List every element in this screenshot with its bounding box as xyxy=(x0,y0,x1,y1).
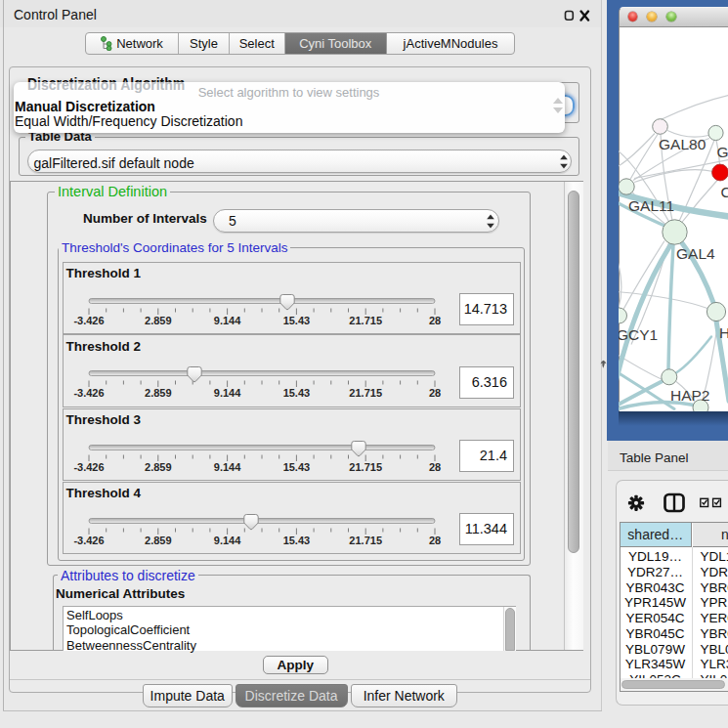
svg-text:-3.426: -3.426 xyxy=(73,461,104,473)
svg-text:28: 28 xyxy=(429,535,441,546)
svg-text:21.715: 21.715 xyxy=(349,315,382,326)
svg-text:-3.426: -3.426 xyxy=(73,387,104,399)
svg-text:15.43: 15.43 xyxy=(283,387,311,399)
svg-text:15.43: 15.43 xyxy=(283,461,311,473)
svg-text:28: 28 xyxy=(429,315,441,326)
svg-text:2.859: 2.859 xyxy=(145,387,172,399)
svg-text:H: H xyxy=(719,323,728,340)
svg-text:9.144: 9.144 xyxy=(214,461,241,473)
svg-text:GCY1: GCY1 xyxy=(619,325,658,342)
svg-text:21.715: 21.715 xyxy=(349,387,382,399)
svg-text:GAL80: GAL80 xyxy=(659,135,707,151)
svg-text:-3.426: -3.426 xyxy=(73,315,104,326)
svg-text:21.715: 21.715 xyxy=(349,535,382,546)
svg-text:15.43: 15.43 xyxy=(283,315,311,326)
svg-text:9.144: 9.144 xyxy=(214,315,241,326)
svg-text:2.859: 2.859 xyxy=(145,535,172,546)
svg-text:28: 28 xyxy=(429,461,441,473)
svg-text:HAP2: HAP2 xyxy=(670,386,710,403)
svg-text:GAL11: GAL11 xyxy=(628,196,674,213)
svg-text:C: C xyxy=(721,183,728,199)
svg-text:GAL4: GAL4 xyxy=(676,244,715,261)
svg-text:-3.426: -3.426 xyxy=(73,535,104,546)
svg-text:9.144: 9.144 xyxy=(214,535,241,546)
svg-text:2.859: 2.859 xyxy=(145,461,172,473)
svg-text:28: 28 xyxy=(429,387,441,399)
svg-text:9.144: 9.144 xyxy=(214,387,241,399)
svg-text:21.715: 21.715 xyxy=(349,461,382,473)
svg-text:2.859: 2.859 xyxy=(145,315,172,326)
svg-text:15.43: 15.43 xyxy=(283,535,311,546)
svg-text:GA: GA xyxy=(717,143,728,159)
